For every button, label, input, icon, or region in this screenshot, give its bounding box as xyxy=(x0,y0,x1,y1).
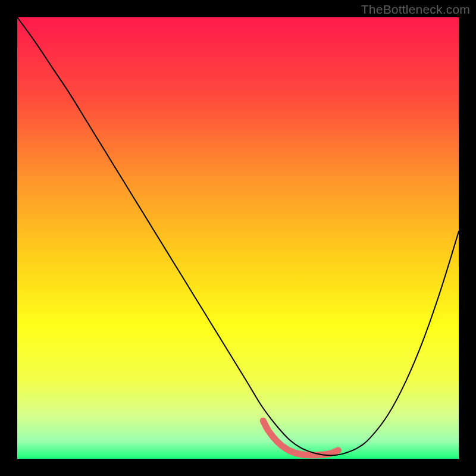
watermark-text: TheBottleneck.com xyxy=(361,2,470,17)
chart-frame: TheBottleneck.com xyxy=(0,0,476,476)
flat-zone-highlight xyxy=(263,421,338,455)
curve-layer xyxy=(17,17,459,459)
gradient-plot-area xyxy=(17,17,459,459)
bottleneck-curve xyxy=(17,17,459,455)
